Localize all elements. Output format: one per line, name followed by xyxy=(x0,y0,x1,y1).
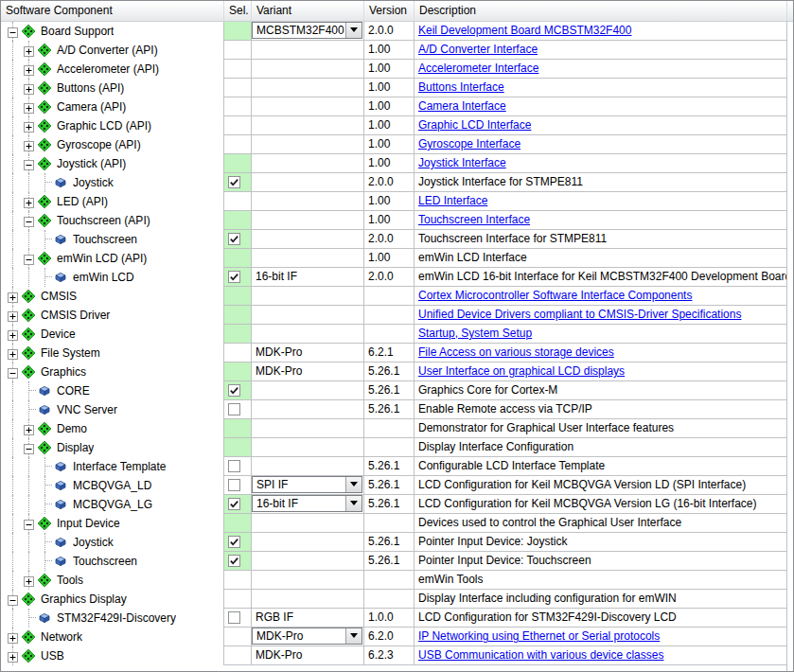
expand-plus-icon[interactable] xyxy=(24,139,34,150)
table-row[interactable]: Interface Template 5.26.1 Configurable L… xyxy=(1,457,793,476)
variant-select[interactable]: SPI IF xyxy=(252,476,362,493)
collapse-minus-icon[interactable] xyxy=(24,253,34,263)
table-row[interactable]: Board Support MCBSTM32F400 2.0.0 Keil De… xyxy=(1,22,793,41)
dropdown-arrow-icon[interactable] xyxy=(345,477,362,492)
expand-plus-icon[interactable] xyxy=(24,44,34,55)
table-row[interactable]: Input Device Devices used to control the… xyxy=(1,514,793,533)
collapse-minus-icon[interactable] xyxy=(8,366,18,377)
table-row[interactable]: Display Display Interface Configuration xyxy=(1,438,793,457)
dropdown-arrow-icon[interactable] xyxy=(345,628,362,644)
dropdown-arrow-icon[interactable] xyxy=(345,23,362,38)
dropdown-arrow-icon[interactable] xyxy=(345,496,362,511)
select-checkbox[interactable] xyxy=(228,536,240,548)
description-link[interactable]: User Interface on graphical LCD displays xyxy=(418,364,625,378)
table-row[interactable]: MCBQVGA_LD SPI IF 5.26.1 LCD Configurati… xyxy=(1,476,793,495)
table-row[interactable]: Device Startup, System Setup xyxy=(1,325,793,344)
description-link[interactable]: Accelerometer Interface xyxy=(418,62,538,75)
table-row[interactable]: emWin LCD (API) 1.00 emWin LCD Interface xyxy=(1,249,793,268)
select-checkbox[interactable] xyxy=(228,498,240,510)
description-link[interactable]: Joystick Interface xyxy=(418,156,506,169)
description-link[interactable]: File Access on various storage devices xyxy=(418,345,614,359)
table-row[interactable]: Touchscreen (API) 1.00 Touchscreen Inter… xyxy=(1,211,793,230)
table-row[interactable]: Joystick 5.26.1 Pointer Input Device: Jo… xyxy=(1,533,793,552)
table-row[interactable]: Tools emWin Tools xyxy=(1,571,793,590)
table-row[interactable]: A/D Converter (API) 1.00 A/D Converter I… xyxy=(1,41,793,60)
table-row[interactable]: MCBQVGA_LG 16-bit IF 5.26.1 LCD Configur… xyxy=(1,495,793,514)
table-row[interactable]: Network MDK-Pro 6.2.0 IP Networking usin… xyxy=(1,628,793,646)
table-row[interactable]: Joystick (API) 1.00 Joystick Interface xyxy=(1,154,793,173)
collapse-minus-icon[interactable] xyxy=(24,518,34,528)
expand-plus-icon[interactable] xyxy=(8,347,18,358)
sel-cell xyxy=(224,154,252,173)
description-link[interactable]: A/D Converter Interface xyxy=(418,43,538,56)
expand-plus-icon[interactable] xyxy=(24,63,34,74)
component-group-icon xyxy=(21,629,36,645)
description-link[interactable]: Startup, System Setup xyxy=(418,327,532,340)
table-row[interactable]: CORE 5.26.1 Graphics Core for Cortex-M xyxy=(1,381,793,400)
table-row[interactable]: Accelerometer (API) 1.00 Accelerometer I… xyxy=(1,60,793,79)
collapse-minus-icon[interactable] xyxy=(8,26,18,36)
description-link[interactable]: IP Networking using Ethernet or Serial p… xyxy=(418,629,660,643)
table-row[interactable]: Gyroscope (API) 1.00 Gyroscope Interface xyxy=(1,135,793,154)
select-checkbox[interactable] xyxy=(228,460,240,472)
description-link[interactable]: Unified Device Drivers compliant to CMSI… xyxy=(418,308,741,321)
expand-plus-icon[interactable] xyxy=(24,423,34,433)
table-row[interactable]: CMSIS Cortex Microcontroller Software In… xyxy=(1,287,793,306)
collapse-minus-icon[interactable] xyxy=(24,215,34,225)
select-checkbox[interactable] xyxy=(228,233,240,245)
description-link[interactable]: Gyroscope Interface xyxy=(418,137,521,150)
select-checkbox[interactable] xyxy=(228,384,240,397)
tree-connector xyxy=(37,173,53,192)
variant-select[interactable]: MCBSTM32F400 xyxy=(252,22,362,39)
description-link[interactable]: USB Communication with various device cl… xyxy=(418,648,663,662)
table-row[interactable]: Graphics MDK-Pro 5.26.1 User Interface o… xyxy=(1,363,793,381)
table-row[interactable]: VNC Server 5.26.1 Enable Remote access v… xyxy=(1,400,793,419)
variant-value: MCBSTM32F400 xyxy=(253,22,345,39)
variant-cell: 16-bit IF xyxy=(252,495,364,514)
select-checkbox[interactable] xyxy=(228,611,240,624)
table-row[interactable]: USB MDK-Pro 6.2.3 USB Communication with… xyxy=(1,646,793,665)
table-row[interactable]: Camera (API) 1.00 Camera Interface xyxy=(1,97,793,116)
collapse-minus-icon[interactable] xyxy=(24,158,34,168)
description-link[interactable]: Keil Development Board MCBSTM32F400 xyxy=(418,24,631,37)
expand-plus-icon[interactable] xyxy=(24,101,34,112)
table-row[interactable]: File System MDK-Pro 6.2.1 File Access on… xyxy=(1,344,793,363)
table-row[interactable]: Touchscreen 2.0.0 Touchscreen Interface … xyxy=(1,230,793,249)
expand-plus-icon[interactable] xyxy=(8,631,18,642)
expand-plus-icon[interactable] xyxy=(8,291,18,301)
expand-plus-icon[interactable] xyxy=(8,328,18,339)
expand-plus-icon[interactable] xyxy=(24,120,34,131)
description-link[interactable]: Buttons Interface xyxy=(418,80,504,94)
table-row[interactable]: Demo Demonstrator for Graphical User Int… xyxy=(1,419,793,438)
select-checkbox[interactable] xyxy=(228,555,240,567)
version-label: 1.00 xyxy=(364,79,415,97)
table-row[interactable]: Touchscreen 5.26.1 Pointer Input Device:… xyxy=(1,552,793,571)
expand-plus-icon[interactable] xyxy=(24,575,34,585)
table-row[interactable]: Graphic LCD (API) 1.00 Graphic LCD Inter… xyxy=(1,116,793,135)
description-link[interactable]: Touchscreen Interface xyxy=(418,213,530,226)
collapse-minus-icon[interactable] xyxy=(24,442,34,452)
select-checkbox[interactable] xyxy=(228,271,240,283)
expand-plus-icon[interactable] xyxy=(8,650,18,661)
select-checkbox[interactable] xyxy=(228,403,240,416)
table-row[interactable]: emWin LCD 16-bit IF 2.0.0 emWin LCD 16-b… xyxy=(1,268,793,287)
table-row[interactable]: CMSIS Driver Unified Device Drivers comp… xyxy=(1,306,793,325)
expand-plus-icon[interactable] xyxy=(24,82,34,93)
description-link[interactable]: LED Interface xyxy=(418,194,487,207)
collapse-minus-icon[interactable] xyxy=(8,593,18,604)
description-link[interactable]: Cortex Microcontroller Software Interfac… xyxy=(418,289,692,302)
expand-plus-icon[interactable] xyxy=(8,309,18,320)
table-row[interactable]: Joystick 2.0.0 Joystick Interface for ST… xyxy=(1,173,793,192)
table-row[interactable]: Graphics Display Display Interface inclu… xyxy=(1,590,793,609)
variant-select[interactable]: 16-bit IF xyxy=(252,495,362,512)
table-row[interactable]: STM32F429I-Discovery RGB IF 1.0.0 LCD Co… xyxy=(1,609,793,628)
expand-plus-icon[interactable] xyxy=(24,196,34,206)
table-row[interactable]: Buttons (API) 1.00 Buttons Interface xyxy=(1,79,793,97)
description-link[interactable]: Camera Interface xyxy=(418,99,506,113)
select-checkbox[interactable] xyxy=(228,176,240,188)
variant-select[interactable]: MDK-Pro xyxy=(252,628,362,645)
component-group-icon xyxy=(21,289,36,304)
description-link[interactable]: Graphic LCD Interface xyxy=(418,118,531,132)
select-checkbox[interactable] xyxy=(228,479,240,491)
table-row[interactable]: LED (API) 1.00 LED Interface xyxy=(1,192,793,211)
